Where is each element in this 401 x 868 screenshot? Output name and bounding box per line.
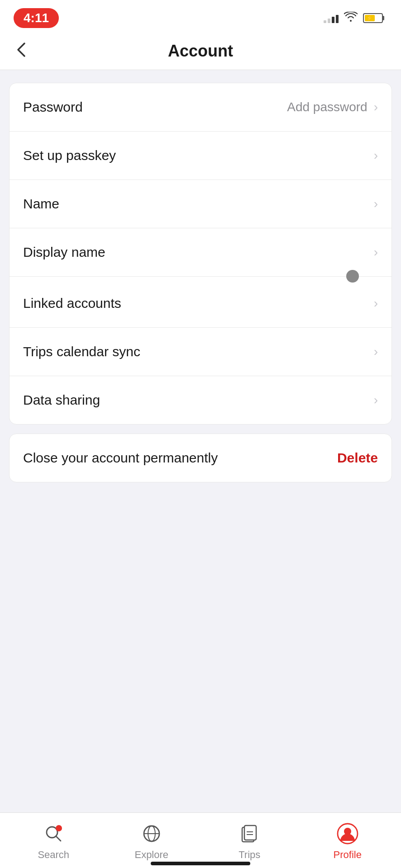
search-icon [42, 822, 65, 845]
data-sharing-label: Data sharing [23, 392, 100, 408]
data-sharing-chevron-icon: › [374, 393, 378, 407]
trips-calendar-item[interactable]: Trips calendar sync › [10, 328, 391, 376]
display-name-label: Display name [23, 245, 105, 260]
settings-card: Password Add password › Set up passkey ›… [9, 83, 392, 425]
status-time: 4:11 [14, 8, 59, 28]
trips-calendar-label: Trips calendar sync [23, 344, 140, 359]
nav-item-trips[interactable]: Trips [200, 822, 299, 861]
close-account-card: Close your account permanently Delete [9, 434, 392, 482]
explore-icon [140, 822, 163, 845]
linked-accounts-chevron-icon: › [374, 296, 378, 311]
bottom-nav: Search Explore Trips [0, 812, 401, 868]
display-name-item[interactable]: Display name › [10, 228, 391, 277]
svg-point-2 [56, 825, 62, 831]
name-right: › [374, 197, 378, 211]
password-value: Add password [287, 100, 367, 114]
name-label: Name [23, 196, 59, 212]
main-content: Password Add password › Set up passkey ›… [0, 70, 401, 495]
trips-calendar-chevron-icon: › [374, 344, 378, 359]
delete-button[interactable]: Delete [337, 450, 378, 466]
signal-bars-icon [324, 13, 339, 23]
scroll-indicator [346, 270, 359, 283]
trips-nav-label: Trips [239, 849, 260, 861]
display-name-right: › [374, 245, 378, 259]
profile-icon [336, 822, 359, 845]
svg-line-1 [56, 836, 61, 841]
wifi-icon [344, 12, 358, 24]
explore-nav-label: Explore [134, 849, 168, 861]
page-title: Account [168, 42, 233, 61]
data-sharing-right: › [374, 393, 378, 407]
trips-calendar-right: › [374, 344, 378, 359]
linked-accounts-label: Linked accounts [23, 296, 121, 311]
header: Account [0, 33, 401, 70]
search-nav-label: Search [38, 849, 69, 861]
status-bar: 4:11 ⚡ [0, 0, 401, 33]
passkey-item[interactable]: Set up passkey › [10, 132, 391, 180]
trips-icon [238, 822, 261, 845]
password-item[interactable]: Password Add password › [10, 83, 391, 132]
name-chevron-icon: › [374, 197, 378, 211]
linked-accounts-right: › [374, 296, 378, 311]
passkey-right: › [374, 148, 378, 163]
passkey-chevron-icon: › [374, 148, 378, 163]
password-label: Password [23, 99, 83, 115]
close-account-label: Close your account permanently [23, 450, 218, 466]
name-item[interactable]: Name › [10, 180, 391, 228]
nav-item-explore[interactable]: Explore [103, 822, 201, 861]
status-icons: ⚡ [324, 12, 383, 24]
display-name-chevron-icon: › [374, 245, 378, 259]
close-account-item[interactable]: Close your account permanently Delete [10, 434, 391, 482]
linked-accounts-item[interactable]: Linked accounts › [10, 277, 391, 328]
password-chevron-icon: › [374, 100, 378, 114]
nav-item-search[interactable]: Search [5, 822, 103, 861]
home-indicator [151, 862, 250, 865]
nav-item-profile[interactable]: Profile [299, 822, 397, 861]
data-sharing-item[interactable]: Data sharing › [10, 376, 391, 424]
profile-nav-label: Profile [334, 849, 362, 861]
passkey-label: Set up passkey [23, 148, 116, 163]
back-button[interactable] [16, 42, 26, 61]
password-right: Add password › [287, 100, 378, 114]
svg-rect-7 [244, 826, 256, 840]
battery-icon: ⚡ [363, 13, 383, 23]
